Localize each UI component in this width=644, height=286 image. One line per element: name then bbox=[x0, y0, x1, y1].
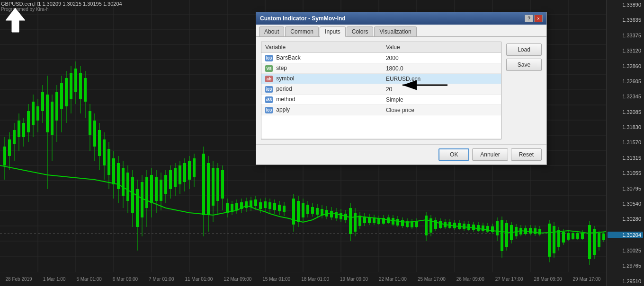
close-button[interactable]: × bbox=[534, 15, 543, 22]
tab-visualization[interactable]: Visualization bbox=[374, 26, 416, 36]
svg-rect-172 bbox=[340, 213, 342, 219]
dialog-content: Variable Value i83 BarsBack 2000 bbox=[256, 37, 546, 144]
tab-colors[interactable]: Colors bbox=[347, 26, 374, 36]
current-price-label: 1.30204 bbox=[608, 232, 643, 238]
svg-rect-100 bbox=[160, 180, 162, 201]
var-cell: i83 BarsBack bbox=[261, 53, 382, 63]
svg-rect-192 bbox=[387, 217, 390, 223]
price-axis: 1.33890 1.33635 1.33375 1.33120 1.32860 … bbox=[606, 0, 644, 286]
svg-rect-250 bbox=[529, 228, 532, 234]
svg-rect-144 bbox=[268, 202, 271, 209]
svg-rect-124 bbox=[221, 170, 224, 199]
save-button[interactable]: Save bbox=[506, 59, 542, 71]
date-label: 28 Mar 09:00 bbox=[534, 277, 562, 282]
svg-rect-256 bbox=[548, 224, 551, 257]
tab-common[interactable]: Common bbox=[285, 26, 319, 36]
table-row[interactable]: i83 method Simple bbox=[261, 95, 501, 105]
load-button[interactable]: Load bbox=[506, 43, 542, 56]
svg-rect-186 bbox=[373, 217, 376, 223]
dialog-footer: OK Annuler Reset bbox=[256, 144, 546, 165]
svg-rect-76 bbox=[103, 139, 106, 165]
var-icon-float: V8 bbox=[265, 65, 273, 72]
price-label: 1.29510 bbox=[608, 278, 643, 284]
svg-rect-80 bbox=[112, 158, 115, 184]
ok-button[interactable]: OK bbox=[438, 148, 469, 161]
price-label: 1.30280 bbox=[608, 216, 643, 222]
svg-rect-240 bbox=[477, 225, 480, 231]
svg-rect-44 bbox=[27, 111, 30, 132]
svg-rect-98 bbox=[155, 177, 158, 201]
svg-rect-116 bbox=[202, 154, 205, 215]
svg-rect-174 bbox=[344, 214, 347, 220]
svg-rect-252 bbox=[534, 228, 537, 234]
date-label: 6 Mar 09:00 bbox=[113, 277, 138, 282]
svg-rect-114 bbox=[193, 158, 196, 177]
date-label: 19 Mar 09:00 bbox=[340, 277, 368, 282]
svg-rect-162 bbox=[316, 208, 319, 215]
svg-rect-128 bbox=[231, 204, 233, 212]
up-arrow-watermark bbox=[5, 7, 26, 33]
svg-rect-200 bbox=[406, 221, 409, 227]
svg-rect-242 bbox=[482, 225, 484, 231]
svg-rect-72 bbox=[93, 121, 96, 147]
date-label: 5 Mar 01:00 bbox=[76, 277, 101, 282]
table-row[interactable]: i83 BarsBack 2000 bbox=[261, 53, 501, 63]
price-label: 1.30795 bbox=[608, 186, 643, 191]
svg-rect-40 bbox=[18, 121, 20, 137]
svg-rect-214 bbox=[444, 222, 447, 227]
annuler-button[interactable]: Annuler bbox=[472, 148, 508, 161]
svg-rect-88 bbox=[131, 177, 134, 213]
var-icon-int: i83 bbox=[265, 86, 273, 93]
svg-rect-204 bbox=[415, 221, 418, 227]
table-row[interactable]: i83 apply Close price bbox=[261, 105, 501, 115]
price-label: 1.33120 bbox=[608, 48, 643, 53]
svg-rect-52 bbox=[46, 95, 49, 132]
var-cell: ab symbol bbox=[261, 74, 382, 84]
tab-about[interactable]: About bbox=[259, 26, 284, 36]
table-row-empty bbox=[261, 115, 501, 139]
help-button[interactable]: ? bbox=[525, 15, 533, 22]
var-icon-int: i83 bbox=[265, 107, 273, 113]
svg-rect-188 bbox=[377, 218, 380, 224]
svg-rect-156 bbox=[302, 203, 304, 217]
col-value: Value bbox=[382, 42, 501, 53]
svg-rect-158 bbox=[306, 205, 309, 214]
table-row[interactable]: ab symbol EURUSD.ecn bbox=[261, 74, 501, 84]
dialog-titlebar: Custom Indicator - SymMov-Ind ? × bbox=[256, 12, 546, 25]
svg-rect-36 bbox=[8, 139, 11, 156]
table-row[interactable]: i83 period 20 bbox=[261, 84, 501, 95]
value-cell: 2000 bbox=[382, 53, 501, 63]
svg-rect-218 bbox=[453, 223, 456, 228]
svg-rect-202 bbox=[411, 222, 413, 227]
svg-rect-102 bbox=[164, 175, 167, 194]
var-cell: i83 apply bbox=[261, 105, 382, 115]
svg-rect-260 bbox=[557, 230, 560, 247]
svg-rect-118 bbox=[207, 163, 210, 215]
price-label: 1.29765 bbox=[608, 263, 643, 269]
svg-rect-106 bbox=[174, 168, 177, 187]
svg-rect-224 bbox=[467, 224, 470, 230]
svg-rect-194 bbox=[392, 218, 394, 225]
date-label: 7 Mar 01:00 bbox=[149, 277, 174, 282]
price-label: 1.32345 bbox=[608, 94, 643, 99]
svg-rect-276 bbox=[598, 233, 600, 247]
dialog-tabs: About Common Inputs Colors Visualization bbox=[256, 25, 546, 37]
col-variable: Variable bbox=[261, 42, 382, 53]
date-label: 28 Feb 2019 bbox=[5, 277, 32, 282]
date-label: 1 Mar 1:00 bbox=[43, 277, 66, 282]
svg-rect-138 bbox=[254, 199, 257, 206]
table-row[interactable]: V8 step 1800.0 bbox=[261, 63, 501, 74]
svg-rect-94 bbox=[145, 177, 148, 208]
svg-rect-216 bbox=[448, 222, 451, 228]
dialog-controls: ? × bbox=[525, 15, 543, 22]
price-label: 1.33890 bbox=[608, 2, 643, 8]
svg-rect-64 bbox=[74, 69, 77, 92]
reset-button[interactable]: Reset bbox=[511, 148, 542, 161]
date-label: 11 Mar 01:00 bbox=[185, 277, 213, 282]
svg-rect-92 bbox=[141, 182, 143, 217]
tab-inputs[interactable]: Inputs bbox=[320, 26, 346, 37]
value-cell: Simple bbox=[382, 95, 501, 105]
svg-rect-50 bbox=[41, 92, 44, 111]
svg-rect-212 bbox=[439, 221, 442, 228]
svg-rect-196 bbox=[396, 219, 399, 225]
